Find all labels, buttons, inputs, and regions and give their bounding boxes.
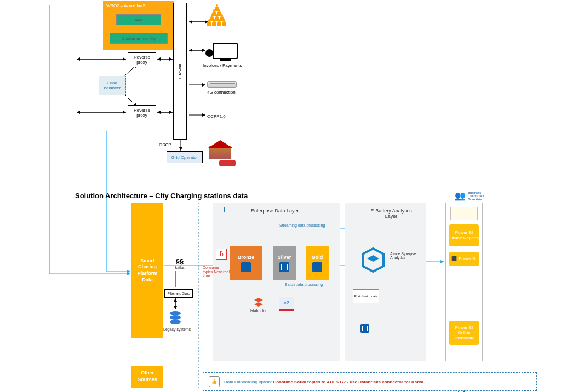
smart-source-label: Smart Charing Platform Data bbox=[131, 258, 163, 284]
reverse-proxy-2: Reverse proxy bbox=[128, 105, 156, 120]
pbi-reports-card: Power BI Online Reports bbox=[449, 224, 479, 246]
edl-title: Enterprise Data Layer bbox=[251, 208, 299, 214]
kafka-label: kafka bbox=[168, 266, 192, 269]
rp2-label: Reverse proxy bbox=[128, 108, 156, 118]
invoices-label: Invoices / Payments bbox=[203, 63, 242, 68]
firewall: Firewall bbox=[173, 3, 187, 140]
bronze-store-icon bbox=[241, 262, 251, 272]
enrich-box: Enrich with data bbox=[353, 289, 379, 303]
bronze-layer: Bronze bbox=[230, 246, 262, 280]
kafka-icon: §§ bbox=[168, 257, 192, 266]
iam-box: IAM bbox=[116, 14, 161, 25]
synapse-label: Azure Synapse Analytics bbox=[390, 252, 417, 260]
wso2-cluster: WSO2 – Azure IaaS IAM Customer Identity bbox=[103, 1, 174, 50]
callout-prefix: Data Onboarding option: bbox=[224, 379, 273, 384]
batch-label: Batch data processing bbox=[285, 283, 323, 286]
monitor-icon bbox=[213, 43, 238, 59]
oscp-label: OSCP bbox=[159, 142, 171, 147]
layer-badge2-icon bbox=[350, 207, 357, 212]
gold-label: Gold bbox=[312, 255, 323, 260]
silver-label: Silver bbox=[278, 255, 291, 260]
pbi-label: Power BI bbox=[459, 256, 476, 262]
solution-title: Solution Architecture – City Charging st… bbox=[75, 192, 248, 200]
synapse-icon bbox=[359, 246, 387, 274]
v2-block: v2 bbox=[279, 297, 294, 311]
thumbs-up-icon: 👍 bbox=[209, 376, 220, 387]
kafka-block: §§ kafka bbox=[168, 257, 192, 269]
building-icon bbox=[209, 140, 231, 159]
person-icon bbox=[205, 49, 213, 57]
pbi-dashboard-label: Power BI Online Dashboard bbox=[449, 325, 479, 341]
streaming-label: Streaming data processing bbox=[279, 223, 325, 227]
biz-users-block: 👥 Business Users Data Scientists bbox=[455, 191, 490, 201]
databricks-label: databricks bbox=[249, 309, 266, 313]
db-icon bbox=[170, 311, 181, 324]
people-icon: 👥 bbox=[455, 191, 466, 201]
layer-badge-icon bbox=[217, 207, 225, 212]
pbi-reports-label: Power BI Online Reports bbox=[449, 230, 479, 240]
biz-users-label: Business Users Data Scientists bbox=[468, 191, 490, 201]
ocpp-label: OCPP1.6 bbox=[207, 114, 226, 119]
bronze-label: Bronze bbox=[238, 255, 255, 260]
load-balancer-label: Load balancer bbox=[99, 80, 125, 90]
pbi-card: ⬛ Power BI bbox=[449, 252, 479, 266]
bull-icon: ƀ bbox=[216, 249, 227, 260]
car-icon bbox=[219, 160, 236, 166]
consume-topics-label: Consume topics Near real time bbox=[203, 266, 230, 278]
onboarding-callout: 👍 Data Onboarding option: Consume Kafka … bbox=[203, 372, 537, 391]
smart-charging-source: Smart Charing Platform Data bbox=[131, 203, 163, 338]
databricks-icon bbox=[253, 298, 264, 308]
callout-bold: Consume Kafka topics to ADLS G2 - use Da… bbox=[273, 379, 423, 384]
analytics-layer: E-Battery Analytics Layer bbox=[345, 203, 426, 361]
reverse-proxy-1: Reverse proxy bbox=[128, 52, 156, 67]
silver-store-icon bbox=[279, 262, 289, 272]
wso2-header: WSO2 – Azure IaaS bbox=[106, 3, 146, 8]
firewall-label: Firewall bbox=[178, 64, 182, 79]
other-sources-label: Other Sources bbox=[131, 370, 163, 383]
gold-layer: Gold bbox=[306, 246, 329, 280]
legacy-db bbox=[170, 311, 181, 324]
customer-identity-box: Customer Identity bbox=[110, 33, 168, 44]
filter-sync: Filter and Sync bbox=[164, 289, 193, 298]
enrich-store-icon bbox=[360, 324, 369, 333]
silver-layer: Silver bbox=[273, 246, 296, 280]
enrich-label: Enrich with data bbox=[354, 295, 378, 298]
rp1-label: Reverse proxy bbox=[128, 55, 156, 65]
card-decor-icon bbox=[450, 207, 478, 220]
4g-label: 4G connection bbox=[207, 90, 236, 95]
other-sources: Other Sources bbox=[131, 366, 163, 388]
load-balancer: Load balancer bbox=[99, 76, 126, 95]
analytics-title: E-Battery Analytics Layer bbox=[364, 208, 419, 219]
pbi-dashboard-card: Power BI Online Dashboard bbox=[449, 321, 479, 345]
grid-operator: Grid Operator bbox=[167, 151, 203, 163]
router-icon bbox=[207, 81, 237, 88]
users-icon bbox=[207, 7, 226, 26]
pbi-icon: ⬛ bbox=[451, 256, 457, 262]
gold-store-icon bbox=[312, 262, 322, 272]
legacy-label: Legacy systems bbox=[163, 327, 191, 331]
